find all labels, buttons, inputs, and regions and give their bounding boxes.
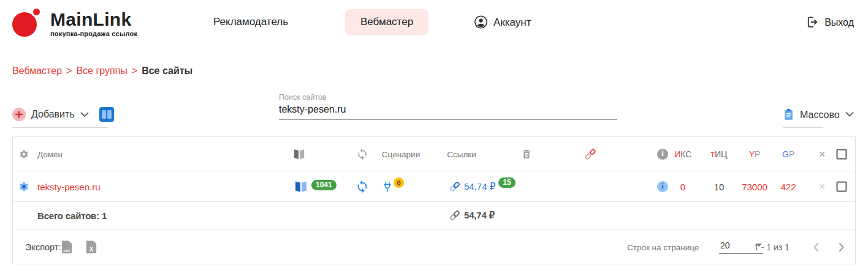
column-settings-gear-icon[interactable] bbox=[19, 149, 29, 159]
site-links-cell: 54,74 ₽ 15 bbox=[449, 181, 516, 193]
site-domain-link[interactable]: teksty-pesen.ru bbox=[37, 181, 101, 192]
add-select-underline bbox=[12, 127, 108, 128]
breadcrumb-all-sites: Все сайты bbox=[142, 65, 192, 76]
links-price: 54,74 ₽ bbox=[464, 181, 495, 192]
column-header-gp: GP bbox=[782, 149, 794, 159]
nav-item-webmaster-active[interactable]: Вебмастер bbox=[345, 9, 428, 35]
export-csv-icon[interactable]: csv bbox=[62, 241, 72, 253]
link-icon bbox=[449, 209, 461, 222]
table-summary-row: Всего сайтов: 1 54,74 ₽ bbox=[13, 201, 855, 229]
select-all-checkbox[interactable] bbox=[837, 149, 847, 159]
column-header-yp: YP bbox=[749, 149, 761, 159]
columns-view-icon[interactable] bbox=[99, 107, 114, 122]
nav-item-account[interactable]: Аккаунт bbox=[473, 15, 531, 30]
brand-logo[interactable]: MainLink покупка-продажа ссылок bbox=[12, 6, 137, 37]
column-header-iks: ИКС bbox=[674, 149, 691, 159]
pages-count-badge: 1041 bbox=[311, 180, 337, 190]
row-remove-icon[interactable]: ✕ bbox=[818, 182, 826, 192]
site-info-icon[interactable]: i bbox=[657, 181, 668, 192]
column-header-scenarios: Сценарии bbox=[382, 149, 420, 159]
gp-value: 422 bbox=[780, 181, 796, 192]
brand-title: MainLink bbox=[50, 10, 137, 29]
total-links-price: 54,74 ₽ bbox=[464, 210, 495, 221]
breadcrumb: Вебмастер > Все группы > Все сайты bbox=[12, 65, 192, 76]
pages-book-icon[interactable] bbox=[294, 180, 308, 193]
site-pages-cell: 1041 bbox=[294, 180, 337, 193]
bulk-select-underline bbox=[783, 127, 823, 128]
broken-link-icon[interactable] bbox=[584, 148, 596, 160]
pagination-range: 1 - 1 из 1 bbox=[754, 242, 790, 252]
table-header-row: Домен Сценарии Ссылки i ИКС тИЦ bbox=[13, 137, 855, 171]
table-row: teksty-pesen.ru 1041 0 bbox=[13, 171, 855, 201]
total-sites-label: Всего сайтов: 1 bbox=[37, 211, 107, 221]
rows-per-page-label: Строк на странице bbox=[627, 242, 699, 252]
add-button-label: Добавить bbox=[31, 109, 75, 120]
search-label: Поиск сайтов bbox=[279, 93, 617, 102]
sites-table: Домен Сценарии Ссылки i ИКС тИЦ bbox=[12, 136, 856, 264]
scenarios-count-badge: 0 bbox=[394, 177, 404, 188]
pages-book-icon bbox=[292, 148, 306, 160]
page: MainLink покупка-продажа ссылок Рекламод… bbox=[0, 0, 868, 276]
column-header-tic: тИЦ bbox=[711, 149, 728, 159]
site-scenarios-cell: 0 bbox=[381, 180, 404, 193]
row-checkbox-wrap bbox=[837, 181, 847, 192]
pagination-next-button[interactable] bbox=[839, 242, 845, 252]
nav-item-label: Вебмастер bbox=[360, 16, 413, 28]
export-label: Экспорт: bbox=[25, 242, 61, 252]
top-navbar: MainLink покупка-продажа ссылок Рекламод… bbox=[0, 0, 868, 44]
breadcrumb-separator: > bbox=[66, 65, 72, 76]
logout-label: Выход bbox=[824, 17, 854, 28]
breadcrumb-separator: > bbox=[132, 65, 137, 76]
breadcrumb-all-groups[interactable]: Все группы bbox=[76, 65, 127, 76]
refresh-all-icon[interactable] bbox=[356, 148, 368, 160]
account-icon bbox=[473, 15, 489, 30]
search-input[interactable] bbox=[279, 102, 617, 120]
iks-value: 0 bbox=[680, 181, 685, 192]
links-count-badge: 15 bbox=[498, 177, 515, 188]
clear-selection-icon[interactable]: ✕ bbox=[818, 149, 826, 159]
logout-icon bbox=[805, 15, 820, 29]
nav-item-advertiser[interactable]: Рекламодатель bbox=[213, 16, 288, 28]
column-header-links: Ссылки bbox=[447, 149, 476, 159]
search-field: Поиск сайтов bbox=[279, 93, 617, 120]
bulk-actions-label: Массово bbox=[800, 109, 840, 120]
plug-icon[interactable] bbox=[381, 180, 394, 193]
bulk-actions-button[interactable]: Массово bbox=[783, 108, 854, 121]
pagination-prev-button[interactable] bbox=[813, 242, 819, 252]
brand-subtitle: покупка-продажа ссылок bbox=[50, 30, 137, 37]
mainlink-logo-icon bbox=[12, 6, 44, 37]
yp-value: 73000 bbox=[742, 181, 767, 192]
nav-item-label: Рекламодатель bbox=[213, 16, 288, 28]
export-xls-icon[interactable]: X bbox=[86, 241, 97, 253]
add-button[interactable]: Добавить bbox=[12, 108, 89, 121]
column-header-domain: Домен bbox=[37, 149, 63, 159]
nav-item-label: Аккаунт bbox=[493, 16, 531, 28]
tic-value: 10 bbox=[714, 181, 725, 192]
clipboard-icon bbox=[783, 108, 794, 121]
select-all-checkbox-wrap bbox=[837, 149, 847, 159]
delete-trash-icon[interactable] bbox=[521, 149, 532, 160]
rows-per-page-value: 20 bbox=[720, 241, 730, 250]
chevron-down-icon bbox=[80, 112, 89, 117]
logout-button[interactable]: Выход bbox=[805, 15, 854, 29]
table-footer-row: Экспорт: csv X Строк на странице 20 1 - … bbox=[13, 229, 855, 264]
row-checkbox[interactable] bbox=[837, 181, 847, 192]
link-icon[interactable] bbox=[449, 181, 461, 193]
total-links-cell: 54,74 ₽ bbox=[449, 209, 495, 222]
site-settings-gear-icon[interactable] bbox=[18, 181, 29, 192]
chevron-down-icon bbox=[845, 112, 854, 117]
refresh-site-icon[interactable] bbox=[356, 180, 369, 193]
info-icon[interactable]: i bbox=[657, 149, 668, 160]
plus-icon bbox=[12, 108, 26, 121]
breadcrumb-webmaster[interactable]: Вебмастер bbox=[12, 65, 62, 76]
